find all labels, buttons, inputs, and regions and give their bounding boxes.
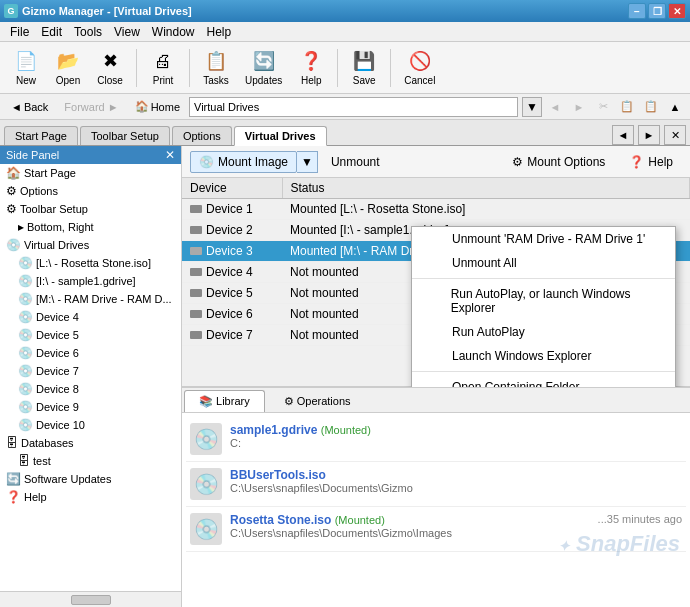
menu-item-file[interactable]: File — [4, 23, 35, 41]
table-row[interactable]: Device 1 Mounted [L:\ - Rosetta Stone.is… — [182, 199, 690, 220]
sidebar-item-test[interactable]: 🗄 test — [0, 452, 181, 470]
bbuser-lib-icon: 💿 — [190, 468, 222, 500]
vd-toolbar-right: ⚙ Mount Options ❓ Help — [503, 151, 682, 173]
mount-image-group: 💿 Mount Image ▼ — [190, 151, 318, 173]
back-button[interactable]: ◄ Back — [4, 98, 55, 116]
menu-item-view[interactable]: View — [108, 23, 146, 41]
tab-start-page[interactable]: Start Page — [4, 126, 78, 145]
sidebar-item-virtual-drives[interactable]: 💿 Virtual Drives — [0, 236, 181, 254]
toolbar-sep-8 — [390, 49, 391, 87]
address-field[interactable]: Virtual Drives — [189, 97, 518, 117]
context-menu-item-run-autoplay[interactable]: Run AutoPlay — [412, 320, 675, 344]
up-icon[interactable]: ▲ — [664, 97, 686, 117]
vd-help-button[interactable]: ❓ Help — [620, 151, 682, 173]
toolbar-btn-updates[interactable]: 🔄Updates — [238, 45, 289, 90]
tab-virtual-drives[interactable]: Virtual Drives — [234, 126, 327, 146]
sidebar-item-device9[interactable]: 💿 Device 9 — [0, 398, 181, 416]
context-menu-item-launch-explorer[interactable]: Launch Windows Explorer — [412, 344, 675, 368]
menu-item-window[interactable]: Window — [146, 23, 201, 41]
bottom-tab-operations[interactable]: ⚙ Operations — [269, 390, 366, 412]
forward-button: Forward ► — [57, 98, 125, 116]
tasks-icon: 📋 — [204, 49, 228, 73]
home-button[interactable]: 🏠 Home — [128, 97, 187, 116]
library-item-bbuser[interactable]: 💿 BBUserTools.iso C:\Users\snapfiles\Doc… — [186, 462, 686, 507]
sidebar-item-bottom-right[interactable]: ▸ Bottom, Right — [0, 218, 181, 236]
sidebar-item-ram-drive[interactable]: 💿 [M:\ - RAM Drive - RAM D... — [0, 290, 181, 308]
mount-image-label: Mount Image — [218, 155, 288, 169]
tab-nav-prev[interactable]: ◄ — [612, 125, 634, 145]
context-menu-item-unmount-ram[interactable]: Unmount 'RAM Drive - RAM Drive 1' — [412, 227, 675, 251]
toolbar-btn-print[interactable]: 🖨Print — [143, 45, 183, 90]
side-panel-close-button[interactable]: ✕ — [165, 148, 175, 162]
sidebar-item-device8[interactable]: 💿 Device 8 — [0, 380, 181, 398]
sidebar-item-rosetta[interactable]: 💿 [L:\ - Rosetta Stone.iso] — [0, 254, 181, 272]
sidebar-item-device7[interactable]: 💿 Device 7 — [0, 362, 181, 380]
address-bar: Virtual Drives ▼ — [189, 97, 542, 117]
menu-item-edit[interactable]: Edit — [35, 23, 68, 41]
sidebar-item-device6[interactable]: 💿 Device 6 — [0, 344, 181, 362]
copy-icon[interactable]: 📋 — [616, 97, 638, 117]
ram-drive-icon: 💿 — [18, 292, 33, 306]
toolbar-btn-close[interactable]: ✖Close — [90, 45, 130, 90]
sample1-lib-info: sample1.gdrive (Mounted) C: — [230, 423, 682, 449]
bottom-right-icon: ▸ — [18, 220, 24, 234]
device9-icon: 💿 — [18, 400, 33, 414]
options-icon: ⚙ — [6, 184, 17, 198]
cut-icon: ✂ — [592, 97, 614, 117]
software-updates-icon: 🔄 — [6, 472, 21, 486]
restore-button[interactable]: ❐ — [648, 3, 666, 19]
sidebar-item-start-page[interactable]: 🏠 Start Page — [0, 164, 181, 182]
tab-nav-next[interactable]: ► — [638, 125, 660, 145]
mount-image-dropdown[interactable]: ▼ — [297, 151, 318, 173]
toolbar-btn-cancel[interactable]: 🚫Cancel — [397, 45, 442, 90]
sidebar-item-sample1[interactable]: 💿 [I:\ - sample1.gdrive] — [0, 272, 181, 290]
bbuser-lib-name: BBUserTools.iso — [230, 468, 682, 482]
bottom-tab-library[interactable]: 📚 Library — [184, 390, 265, 412]
sidebar-item-software-updates[interactable]: 🔄 Software Updates — [0, 470, 181, 488]
menu-item-tools[interactable]: Tools — [68, 23, 108, 41]
sidebar-item-options[interactable]: ⚙ Options — [0, 182, 181, 200]
context-menu-item-unmount-all[interactable]: Unmount All — [412, 251, 675, 275]
sidebar-item-device5[interactable]: 💿 Device 5 — [0, 326, 181, 344]
device10-icon: 💿 — [18, 418, 33, 432]
tab-toolbar-setup[interactable]: Toolbar Setup — [80, 126, 170, 145]
nav-prev-icon: ◄ — [544, 97, 566, 117]
toolbar-btn-help[interactable]: ❓Help — [291, 45, 331, 90]
mount-image-button[interactable]: 💿 Mount Image — [190, 151, 297, 173]
app-icon: G — [4, 4, 18, 18]
toolbar-btn-new[interactable]: 📄New — [6, 45, 46, 90]
tab-close[interactable]: ✕ — [664, 125, 686, 145]
vd-toolbar: 💿 Mount Image ▼ Unmount ⚙ Mount Options … — [182, 146, 690, 178]
vd-help-icon: ❓ — [629, 155, 644, 169]
sidebar-item-device4[interactable]: 💿 Device 4 — [0, 308, 181, 326]
side-panel-content: 🏠 Start Page ⚙ Options ⚙ Toolbar Setup ▸… — [0, 164, 181, 591]
toolbar-btn-save[interactable]: 💾Save — [344, 45, 384, 90]
library-item-sample1[interactable]: 💿 sample1.gdrive (Mounted) C: — [186, 417, 686, 462]
sidebar-item-help[interactable]: ❓ Help — [0, 488, 181, 506]
address-dropdown[interactable]: ▼ — [522, 97, 542, 117]
close-button[interactable]: ✕ — [668, 3, 686, 19]
library-content: 💿 sample1.gdrive (Mounted) C: 💿 BBUserTo… — [182, 413, 690, 607]
open-icon: 📂 — [56, 49, 80, 73]
databases-icon: 🗄 — [6, 436, 18, 450]
sidebar-item-toolbar-setup[interactable]: ⚙ Toolbar Setup — [0, 200, 181, 218]
paste-icon[interactable]: 📋 — [640, 97, 662, 117]
rosetta-lib-icon: 💿 — [190, 513, 222, 545]
mount-options-button[interactable]: ⚙ Mount Options — [503, 151, 614, 173]
context-menu-item-run-autoplay-explorer[interactable]: Run AutoPlay, or launch Windows Explorer — [412, 282, 675, 320]
rosetta-lib-name: Rosetta Stone.iso (Mounted) — [230, 513, 590, 527]
side-panel-scrollbar[interactable] — [0, 591, 181, 607]
rosetta-lib-date: ...35 minutes ago — [598, 513, 682, 525]
sidebar-item-device10[interactable]: 💿 Device 10 — [0, 416, 181, 434]
toolbar-btn-open[interactable]: 📂Open — [48, 45, 88, 90]
unmount-button[interactable]: Unmount — [322, 151, 389, 173]
menu-item-help[interactable]: Help — [201, 23, 238, 41]
bbuser-lib-path: C:\Users\snapfiles\Documents\Gizmo — [230, 482, 682, 494]
toolbar-btn-tasks[interactable]: 📋Tasks — [196, 45, 236, 90]
minimize-button[interactable]: − — [628, 3, 646, 19]
sidebar-item-databases[interactable]: 🗄 Databases — [0, 434, 181, 452]
rosetta-icon: 💿 — [18, 256, 33, 270]
tab-options[interactable]: Options — [172, 126, 232, 145]
library-item-rosetta[interactable]: 💿 Rosetta Stone.iso (Mounted) C:\Users\s… — [186, 507, 686, 552]
context-menu-item-open-folder[interactable]: Open Containing Folder — [412, 375, 675, 387]
